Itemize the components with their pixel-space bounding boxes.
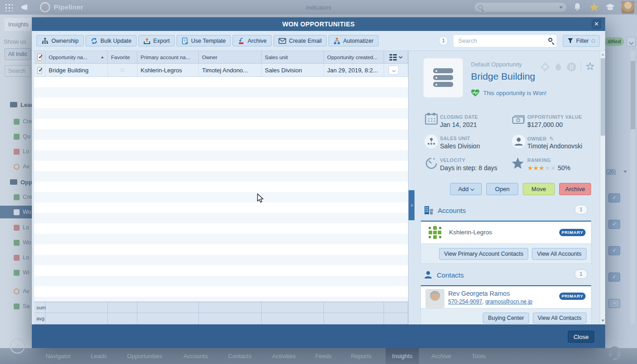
academy-graduation-cap-icon[interactable] [605, 2, 615, 11]
sidebar-item[interactable]: Wi [0, 266, 32, 279]
row-primary-account[interactable]: Kshlerin-Legros [137, 64, 199, 77]
create-email-button[interactable]: Create Email [273, 35, 327, 46]
search-icon[interactable] [548, 38, 552, 42]
edit-owner-pencil-icon[interactable]: ✎ [549, 136, 554, 142]
sort-asc-icon[interactable]: ▲ [101, 55, 104, 59]
backdrop-toggle[interactable]: ✓ [608, 193, 620, 202]
column-settings-icon[interactable] [389, 54, 397, 61]
nav-tools[interactable]: Tools [465, 348, 492, 364]
select-all-cell[interactable] [34, 51, 46, 64]
sidebar-item[interactable]: Cre [0, 191, 32, 203]
notifications-bell-icon[interactable] [573, 2, 581, 11]
nav-opportunities[interactable]: Opportunities [121, 348, 168, 364]
modal-close-icon[interactable]: ✕ [592, 19, 602, 29]
all-indicators-select[interactable]: All Indic [5, 48, 31, 60]
flame-icon[interactable] [554, 62, 562, 72]
support-headset-icon[interactable] [607, 345, 622, 362]
panel-splitter[interactable]: › [408, 51, 415, 324]
scroll-down-icon[interactable]: ▼ [601, 318, 605, 323]
backdrop-toggle[interactable]: ✓ [608, 220, 620, 229]
view-all-accounts-button[interactable]: View All Accounts [532, 248, 586, 260]
backdrop-dropdown-icon[interactable] [627, 37, 636, 46]
scrollbar-thumb[interactable] [601, 58, 605, 136]
archive-action-button[interactable]: Archive [559, 183, 591, 195]
col-primary-account[interactable]: Primary account na... [137, 51, 199, 64]
chevron-down-icon[interactable] [623, 171, 627, 173]
sidebar-item[interactable]: Wo [0, 236, 32, 249]
table-row[interactable]: Bridge Building ☆ Kshlerin-Legros Timote… [34, 64, 408, 77]
nav-accounts[interactable]: Accounts [177, 348, 214, 364]
sidebar-item[interactable]: Av [0, 160, 32, 173]
panel-scrollbar[interactable]: ▲ ▼ [600, 51, 605, 324]
favorite-star-icon[interactable]: ☆ [119, 66, 125, 74]
open-button[interactable]: Open [486, 183, 518, 195]
col-favorite[interactable]: Favorite [108, 51, 137, 64]
row-checkbox[interactable] [37, 67, 42, 74]
ownership-button[interactable]: Ownership [36, 35, 84, 46]
nav-navigator[interactable]: Navigator [39, 348, 77, 364]
sidebar-item[interactable]: Sa [0, 300, 32, 313]
count-36-link[interactable]: (36) [606, 168, 616, 175]
pause-icon[interactable] [566, 62, 576, 72]
collapse-chevron-icon[interactable] [615, 333, 627, 344]
user-avatar[interactable] [622, 1, 634, 14]
backdrop-chart-toggle[interactable]: ~ [608, 299, 620, 308]
favorite-star-icon[interactable]: ☆ [585, 61, 595, 71]
nav-contacts[interactable]: Contacts [222, 348, 258, 364]
contact-name[interactable]: Rev Georgeta Ramos [448, 290, 510, 297]
modal-search-input[interactable] [454, 35, 556, 47]
col-owner[interactable]: Owner [199, 51, 262, 64]
automatizer-button[interactable]: Automatizer [329, 35, 379, 46]
filter-button[interactable]: Filter [563, 35, 600, 47]
sidebar-item[interactable]: Qu [0, 130, 32, 143]
sidebar-item[interactable]: Lo [0, 221, 32, 234]
favorites-star-icon[interactable] [589, 2, 600, 13]
sidebar-item[interactable]: Av [0, 285, 32, 298]
row-select-cell[interactable] [34, 64, 46, 77]
view-all-contacts-button[interactable]: View All Contacts [533, 313, 586, 324]
buying-center-button[interactable]: Buying Center [483, 313, 529, 324]
select-all-checkbox[interactable] [37, 54, 42, 61]
backdrop-toggle[interactable]: ✓ [608, 273, 620, 282]
add-button[interactable]: Add [450, 183, 482, 195]
sidebar-item[interactable]: Cre [0, 115, 32, 128]
splitter-handle[interactable]: › [409, 190, 415, 220]
use-template-button[interactable]: Use Template [177, 35, 231, 46]
nav-activities[interactable]: Activities [266, 348, 302, 364]
close-button[interactable]: Close [568, 331, 594, 343]
sidebar-item-won-opportunities[interactable]: Wo [0, 206, 32, 218]
tab-insights[interactable]: Insights [5, 18, 32, 31]
nav-insights[interactable]: Insights [386, 348, 419, 364]
contact-phone-link[interactable]: 570-254-9097 [448, 298, 482, 305]
sidebar-item[interactable]: Lo [0, 145, 32, 158]
archive-button[interactable]: Archive [233, 35, 272, 46]
chevron-down-icon[interactable] [399, 56, 403, 59]
target-crosshair-icon[interactable] [540, 62, 550, 72]
col-settings-cell[interactable] [384, 51, 408, 64]
nav-leads[interactable]: Leads [84, 348, 113, 364]
nav-feeds[interactable]: Feeds [309, 348, 338, 364]
search-dropdown-icon[interactable] [559, 6, 563, 9]
row-favorite-cell[interactable]: ☆ [108, 64, 137, 77]
row-opportunity-name[interactable]: Bridge Building [46, 64, 108, 77]
row-created[interactable]: Jan 29, 2019, 8:2... [324, 64, 384, 77]
nav-archive[interactable]: Archive [425, 348, 457, 364]
row-sales-unit[interactable]: Sales Division [262, 64, 324, 77]
add-new-fab-button[interactable]: + [10, 339, 25, 354]
row-owner[interactable]: Timotej Andono... [199, 64, 262, 77]
export-button[interactable]: Export [138, 35, 175, 46]
sidebar-search-input[interactable]: Search [5, 65, 31, 77]
backdrop-scrollbar[interactable] [631, 51, 635, 324]
account-name[interactable]: Kshlerin-Legros [449, 229, 492, 236]
view-primary-account-contacts-button[interactable]: View Primary Account Contacts [439, 248, 528, 260]
backdrop-toggle[interactable]: ✓ [608, 246, 620, 255]
scroll-up-icon[interactable]: ▲ [601, 52, 605, 56]
global-search-input[interactable] [475, 3, 566, 12]
contact-email-link[interactable]: gramosi@ocn.ne.jp [485, 298, 532, 305]
move-button[interactable]: Move [523, 183, 555, 195]
bulk-update-button[interactable]: Bulk Update [86, 35, 136, 46]
nav-reports[interactable]: Reports [344, 348, 378, 364]
col-created[interactable]: Opportunity created... [324, 51, 384, 64]
row-dropdown-button[interactable] [389, 66, 399, 75]
col-sales-unit[interactable]: Sales unit [262, 51, 324, 64]
